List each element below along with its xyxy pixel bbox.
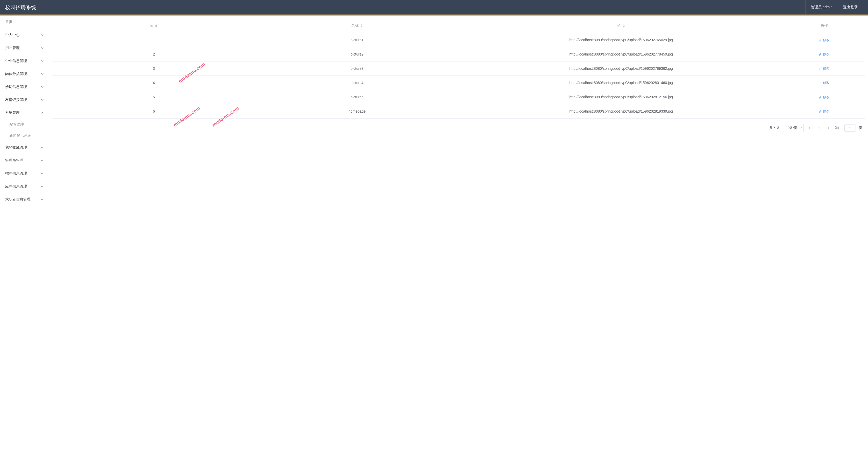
- sidebar-item[interactable]: 企业信息管理: [0, 55, 49, 67]
- page-next-button[interactable]: [826, 126, 832, 130]
- sidebar-item[interactable]: 管理员管理: [0, 154, 49, 167]
- cell-id: 6: [52, 104, 255, 118]
- cell-name: picture4: [255, 76, 459, 90]
- page-number-current[interactable]: 1: [816, 126, 823, 130]
- edit-icon: [819, 110, 822, 113]
- sidebar-item-label: 用户管理: [5, 46, 20, 50]
- sidebar-item[interactable]: 岗位分类管理: [0, 67, 49, 80]
- sidebar-item[interactable]: 应聘信息管理: [0, 180, 49, 193]
- cell-action: 修改: [783, 90, 865, 104]
- edit-button[interactable]: 修改: [819, 66, 830, 71]
- sidebar-item-label: 岗位分类管理: [5, 72, 27, 76]
- sidebar-item-label: 学历信息管理: [5, 85, 27, 89]
- sidebar-item-label: 系统管理: [5, 111, 20, 115]
- sidebar-item[interactable]: 友情链接管理: [0, 93, 49, 106]
- table-row: 4picture4http://localhost:8080/springboo…: [52, 76, 865, 90]
- sidebar-item-label: 个人中心: [5, 33, 20, 37]
- config-table: id 名称 值 操作 1picture1http:/: [52, 19, 865, 118]
- cell-action: 修改: [783, 104, 865, 118]
- chevron-up-icon: [41, 111, 44, 114]
- main-content: id 名称 值 操作 1picture1http:/: [49, 16, 868, 455]
- sidebar-sub-item[interactable]: 配置管理: [0, 119, 49, 130]
- sidebar-item[interactable]: 学历信息管理: [0, 80, 49, 93]
- chevron-down-icon: [41, 33, 44, 36]
- sidebar-home[interactable]: 首页: [0, 16, 49, 29]
- goto-prefix: 前往: [835, 125, 841, 130]
- cell-value: http://localhost:8080/springbootjlvpC/up…: [459, 61, 783, 76]
- admin-user-button[interactable]: 管理员 admin: [805, 0, 838, 15]
- edit-icon: [819, 53, 822, 56]
- sort-icon[interactable]: [361, 24, 363, 27]
- table-row: 5picture5http://localhost:8080/springboo…: [52, 90, 865, 104]
- edit-icon: [819, 95, 822, 98]
- sidebar-item[interactable]: 个人中心: [0, 29, 49, 41]
- sidebar-home-label: 首页: [5, 20, 12, 24]
- cell-value: http://localhost:8080/springbootjlvpC/up…: [459, 47, 783, 61]
- edit-icon: [819, 67, 822, 70]
- edit-icon: [819, 81, 822, 84]
- cell-value: http://localhost:8080/springbootjlvpC/up…: [459, 76, 783, 90]
- chevron-down-icon: [41, 59, 44, 62]
- edit-button[interactable]: 修改: [819, 52, 830, 57]
- sidebar-item[interactable]: 用户管理: [0, 41, 49, 55]
- chevron-down-icon: [41, 159, 44, 162]
- pagination-total: 共 6 条: [769, 125, 780, 130]
- cell-action: 修改: [783, 33, 865, 47]
- sidebar-item[interactable]: 招聘信息管理: [0, 167, 49, 180]
- cell-id: 3: [52, 61, 255, 76]
- sidebar-item-label: 我的收藏管理: [5, 145, 27, 150]
- cell-name: picture5: [255, 90, 459, 104]
- page-prev-button[interactable]: [807, 126, 812, 130]
- edit-button[interactable]: 修改: [819, 38, 830, 42]
- cell-name: picture2: [255, 47, 459, 61]
- top-header: 校园招聘系统 管理员 admin 退出登录: [0, 0, 868, 15]
- cell-name: picture1: [255, 33, 459, 47]
- chevron-down-icon: [41, 172, 44, 175]
- sort-icon[interactable]: [623, 24, 625, 27]
- sidebar: 首页 个人中心用户管理企业信息管理岗位分类管理学历信息管理友情链接管理系统管理配…: [0, 16, 49, 455]
- edit-button[interactable]: 修改: [819, 109, 830, 114]
- sidebar-item-label: 企业信息管理: [5, 59, 27, 63]
- chevron-down-icon: [41, 185, 44, 188]
- cell-action: 修改: [783, 47, 865, 61]
- edit-button[interactable]: 修改: [819, 95, 830, 99]
- cell-value: http://localhost:8080/springbootjlvpC/up…: [459, 104, 783, 118]
- page-size-select[interactable]: 10条/页: [783, 124, 804, 132]
- chevron-down-icon: [41, 146, 44, 149]
- col-header-value[interactable]: 值: [459, 19, 783, 33]
- sidebar-item-label: 招聘信息管理: [5, 171, 27, 176]
- col-header-action: 操作: [783, 19, 865, 33]
- cell-action: 修改: [783, 76, 865, 90]
- cell-id: 4: [52, 76, 255, 90]
- pagination: 共 6 条 10条/页 1 前往 页: [52, 118, 865, 137]
- sidebar-item-label: 管理员管理: [5, 158, 23, 163]
- edit-button[interactable]: 修改: [819, 80, 830, 85]
- cell-id: 5: [52, 90, 255, 104]
- chevron-down-icon: [800, 126, 802, 130]
- col-header-id[interactable]: id: [52, 19, 255, 33]
- chevron-down-icon: [41, 47, 44, 50]
- cell-id: 2: [52, 47, 255, 61]
- cell-action: 修改: [783, 61, 865, 76]
- table-row: 2picture2http://localhost:8080/springboo…: [52, 47, 865, 61]
- goto-page-input[interactable]: [844, 124, 856, 132]
- sidebar-item[interactable]: 求职者信息管理: [0, 193, 49, 206]
- table-row: 6homepagehttp://localhost:8080/springboo…: [52, 104, 865, 118]
- cell-value: http://localhost:8080/springbootjlvpC/up…: [459, 33, 783, 47]
- col-header-name[interactable]: 名称: [255, 19, 459, 33]
- chevron-down-icon: [41, 85, 44, 88]
- cell-name: picture3: [255, 61, 459, 76]
- sidebar-sub-item[interactable]: 新闻资讯列表: [0, 130, 49, 141]
- sidebar-item-label: 友情链接管理: [5, 97, 27, 102]
- chevron-down-icon: [41, 73, 44, 76]
- logout-button[interactable]: 退出登录: [838, 0, 863, 15]
- sort-icon[interactable]: [155, 24, 157, 28]
- table-row: 1picture1http://localhost:8080/springboo…: [52, 33, 865, 47]
- app-title: 校园招聘系统: [5, 4, 36, 11]
- cell-id: 1: [52, 33, 255, 47]
- chevron-down-icon: [41, 198, 44, 201]
- sidebar-item[interactable]: 我的收藏管理: [0, 141, 49, 154]
- sidebar-item[interactable]: 系统管理: [0, 106, 49, 119]
- cell-value: http://localhost:8080/springbootjlvpC/up…: [459, 90, 783, 104]
- header-right: 管理员 admin 退出登录: [805, 0, 863, 15]
